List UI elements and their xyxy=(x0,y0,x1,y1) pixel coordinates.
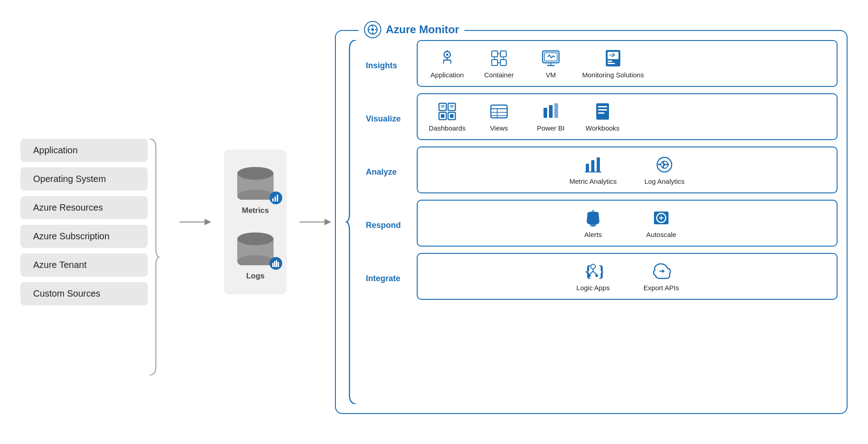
integrate-logic-apps: { } Logic Apps xyxy=(573,261,614,292)
svg-rect-66 xyxy=(598,109,607,111)
azure-monitor-box: Azure Monitor Insights xyxy=(335,30,848,414)
svg-rect-14 xyxy=(278,262,279,267)
svg-rect-12 xyxy=(274,261,275,267)
sources-brace xyxy=(147,139,160,375)
azure-monitor-title: Azure Monitor xyxy=(359,21,464,38)
monitor-icon xyxy=(364,21,381,38)
integrate-logic-apps-label: Logic Apps xyxy=(576,284,609,292)
svg-rect-43 xyxy=(608,61,612,62)
sources-panel: Application Operating System Azure Resou… xyxy=(20,139,148,305)
analyze-log-analytics: Log Analytics xyxy=(644,155,685,185)
metrics-badge-icon xyxy=(269,192,282,204)
logs-item: Logs xyxy=(235,229,276,281)
svg-rect-30 xyxy=(500,51,506,57)
logs-badge-icon xyxy=(269,257,282,270)
visualize-power-bi-label: Power BI xyxy=(537,124,565,132)
svg-rect-65 xyxy=(598,106,607,107)
svg-point-78 xyxy=(663,164,666,166)
metrics-item: Metrics xyxy=(235,163,276,215)
svg-rect-31 xyxy=(492,60,498,66)
source-application: Application xyxy=(20,139,148,162)
insights-application-label: Application xyxy=(430,71,464,79)
svg-rect-76 xyxy=(658,164,661,165)
insights-application: Application xyxy=(427,48,468,79)
respond-alerts: Alerts xyxy=(573,208,614,238)
insights-row: Insights xyxy=(366,40,838,87)
insights-container-label: Container xyxy=(484,71,514,79)
visualize-dashboards: Dashboards xyxy=(427,101,468,132)
svg-rect-7 xyxy=(277,195,278,202)
visualize-row: Visualize xyxy=(366,93,838,140)
visualize-power-bi: Power BI xyxy=(530,101,571,132)
respond-alerts-label: Alerts xyxy=(584,231,602,238)
svg-point-81 xyxy=(660,217,663,219)
svg-text:{: { xyxy=(585,262,591,280)
svg-point-83 xyxy=(591,264,595,269)
svg-point-87 xyxy=(588,274,591,277)
metrics-label: Metrics xyxy=(242,206,269,215)
diagram-wrapper: Application Operating System Azure Resou… xyxy=(20,17,848,427)
source-to-datastore-arrow xyxy=(180,215,211,229)
visualize-label: Visualize xyxy=(366,93,411,140)
integrate-export-apis: Export APIs xyxy=(641,261,682,292)
visualize-views-label: Views xyxy=(490,124,508,132)
svg-rect-56 xyxy=(491,105,507,118)
respond-box: Alerts Aut xyxy=(417,200,838,247)
logs-cylinder xyxy=(235,229,276,267)
svg-rect-32 xyxy=(500,60,506,66)
integrate-row: Integrate { xyxy=(366,253,838,300)
svg-point-88 xyxy=(595,274,598,277)
svg-rect-44 xyxy=(608,63,615,64)
svg-rect-55 xyxy=(450,114,454,118)
insights-container: Container xyxy=(479,48,519,79)
svg-point-18 xyxy=(371,28,374,31)
analyze-box: Metric Analytics xyxy=(417,146,838,193)
svg-text:}: } xyxy=(599,262,603,280)
respond-autoscale-label: Autoscale xyxy=(646,231,676,238)
insights-vm-label: VM xyxy=(546,71,556,79)
source-operating-system: Operating System xyxy=(20,167,148,191)
visualize-workbooks: Workbooks xyxy=(582,101,623,132)
svg-rect-5 xyxy=(272,198,274,202)
integrate-label: Integrate xyxy=(366,253,411,300)
integrate-export-apis-label: Export APIs xyxy=(644,284,679,292)
insights-label: Insights xyxy=(366,40,411,87)
analyze-log-analytics-label: Log Analytics xyxy=(644,177,684,185)
svg-line-86 xyxy=(593,271,597,275)
svg-rect-71 xyxy=(597,157,600,172)
respond-autoscale: Autoscale xyxy=(641,208,682,238)
svg-rect-62 xyxy=(549,105,553,118)
svg-rect-11 xyxy=(272,263,274,267)
svg-marker-16 xyxy=(324,219,331,225)
source-azure-resources: Azure Resources xyxy=(20,196,148,219)
insights-monitoring-solutions: Monitoring Solutions xyxy=(582,48,644,79)
svg-rect-63 xyxy=(554,103,558,118)
respond-label: Respond xyxy=(366,200,411,247)
svg-rect-67 xyxy=(598,112,604,114)
left-brace xyxy=(345,40,359,404)
analyze-label: Analyze xyxy=(366,146,411,193)
svg-rect-64 xyxy=(596,103,609,120)
visualize-views: Views xyxy=(479,101,519,132)
metrics-cylinder xyxy=(235,163,276,202)
respond-row: Respond Alerts xyxy=(366,200,838,247)
svg-rect-74 xyxy=(663,161,664,164)
svg-rect-54 xyxy=(441,114,444,118)
svg-marker-1 xyxy=(205,219,211,225)
analyze-metric-analytics-label: Metric Analytics xyxy=(569,177,617,185)
svg-rect-77 xyxy=(663,165,664,168)
svg-rect-69 xyxy=(586,164,589,172)
analyze-metric-analytics: Metric Analytics xyxy=(569,155,617,185)
insights-box: Application xyxy=(417,40,838,87)
sections-container: Insights xyxy=(345,40,838,404)
source-custom-sources: Custom Sources xyxy=(20,282,148,305)
datastore-to-monitor-arrow xyxy=(299,215,331,229)
visualize-workbooks-label: Workbooks xyxy=(586,124,620,132)
svg-point-24 xyxy=(446,54,449,56)
svg-rect-6 xyxy=(274,197,276,202)
insights-monitoring-solutions-label: Monitoring Solutions xyxy=(582,71,644,79)
logs-label: Logs xyxy=(246,272,265,281)
svg-rect-75 xyxy=(666,164,669,165)
integrate-box: { } Logic Apps xyxy=(417,253,838,300)
svg-point-9 xyxy=(237,232,274,245)
